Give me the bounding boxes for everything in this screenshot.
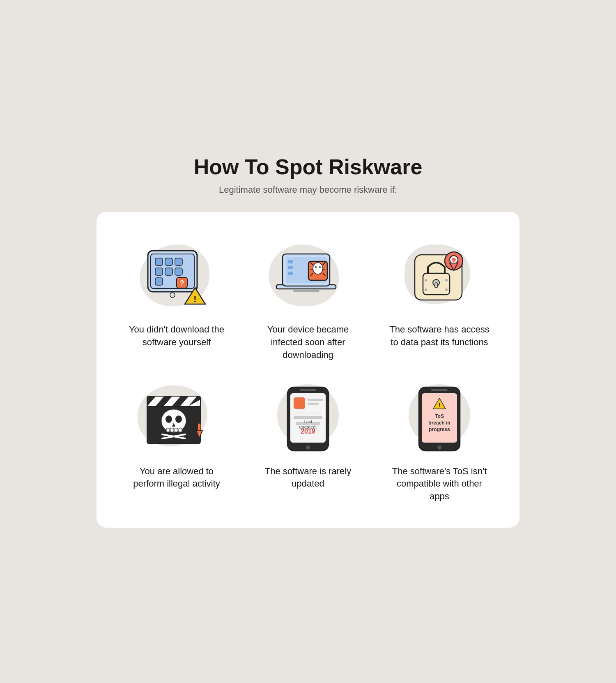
item-label-3: The software has access to data past its… (386, 323, 493, 349)
svg-point-22 (313, 263, 323, 274)
icon-wrapper-4 (136, 382, 218, 456)
svg-text:!: ! (439, 402, 441, 408)
svg-point-29 (315, 266, 317, 268)
svg-point-37 (425, 288, 427, 291)
icon-wrapper-2 (267, 240, 349, 314)
svg-point-9 (170, 293, 175, 298)
grid-item-5: 2019 Last updated: The software is rarel… (244, 374, 372, 507)
svg-rect-74 (294, 416, 322, 419)
svg-point-42 (452, 258, 456, 262)
item-label-2: Your device became infected soon after d… (255, 323, 361, 361)
item-label-6: The software's ToS isn't compatible with… (386, 465, 493, 503)
svg-rect-70 (294, 397, 305, 409)
svg-point-36 (445, 279, 448, 282)
page-title: How To Spot Riskware (97, 155, 519, 179)
svg-rect-8 (155, 278, 163, 285)
phone-outdated-icon: 2019 Last updated: (281, 385, 335, 453)
item-label-1: You didn't download the software yoursel… (123, 323, 230, 349)
svg-rect-5 (155, 268, 163, 275)
clapperboard-skull-icon (141, 387, 213, 451)
main-card: ? ! You didn't download the software you… (97, 212, 519, 528)
svg-point-56 (175, 415, 182, 423)
svg-point-35 (425, 279, 427, 282)
svg-rect-59 (170, 428, 174, 432)
svg-rect-19 (288, 272, 293, 275)
phone-tos-icon: ! ToS breach in progress (413, 385, 466, 453)
page-subtitle: Legitimate software may become riskware … (97, 185, 519, 195)
svg-text:progress: progress (429, 427, 450, 432)
item-label-4: You are allowed to perform illegal activ… (123, 465, 230, 491)
svg-rect-81 (431, 389, 448, 391)
svg-rect-2 (155, 258, 163, 265)
svg-rect-6 (165, 268, 172, 275)
lock-location-icon (407, 247, 472, 308)
svg-rect-34 (435, 283, 437, 288)
svg-point-30 (319, 266, 321, 268)
svg-rect-18 (288, 266, 293, 269)
items-grid: ? ! You didn't download the software you… (113, 232, 503, 507)
icon-wrapper-5: 2019 Last updated: (267, 382, 349, 456)
svg-text:Last: Last (304, 419, 313, 424)
svg-rect-58 (166, 428, 170, 432)
icon-wrapper-6: ! ToS breach in progress (398, 382, 480, 456)
svg-rect-7 (175, 268, 182, 275)
svg-rect-4 (175, 258, 182, 265)
grid-item-6: ! ToS breach in progress The software's … (376, 374, 503, 507)
svg-point-82 (437, 445, 441, 450)
svg-rect-61 (179, 428, 182, 432)
svg-rect-60 (175, 428, 178, 432)
svg-text:updated:: updated: (299, 425, 317, 429)
laptop-bug-icon (272, 246, 344, 309)
grid-item-1: ? ! You didn't download the software you… (113, 232, 240, 365)
svg-text:!: ! (193, 294, 196, 304)
item-label-5: The software is rarely updated (255, 465, 361, 491)
icon-wrapper-1: ? ! (136, 240, 218, 314)
grid-item-4: You are allowed to perform illegal activ… (113, 374, 240, 507)
svg-point-55 (165, 415, 172, 423)
svg-rect-3 (165, 258, 172, 265)
svg-rect-68 (300, 389, 316, 391)
svg-text:ToS: ToS (435, 413, 444, 419)
svg-text:breach in: breach in (428, 420, 450, 426)
svg-rect-20 (293, 290, 319, 292)
svg-point-38 (445, 288, 448, 291)
grid-item-2: Your device became infected soon after d… (244, 232, 372, 365)
grid-item-3: The software has access to data past its… (376, 232, 503, 365)
page-container: How To Spot Riskware Legitimate software… (97, 155, 519, 528)
svg-text:?: ? (180, 279, 184, 287)
svg-rect-65 (198, 423, 201, 431)
icon-wrapper-3 (398, 240, 480, 314)
tablet-warning-icon: ? ! (142, 247, 211, 308)
svg-rect-17 (288, 260, 293, 263)
svg-rect-71 (308, 399, 323, 401)
svg-point-69 (306, 445, 310, 450)
svg-rect-72 (308, 403, 319, 405)
